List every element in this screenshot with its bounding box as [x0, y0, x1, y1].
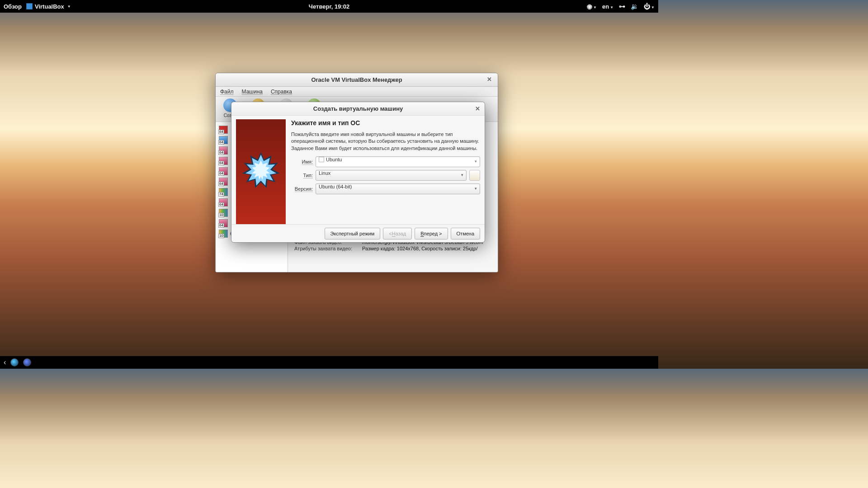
- cube-icon: [319, 157, 324, 162]
- active-app-indicator[interactable]: VirtualBox ▼: [26, 3, 71, 10]
- close-icon[interactable]: ✕: [487, 76, 494, 83]
- gnome-top-bar: Обзор VirtualBox ▼ Четверг, 19:02 ◉▼ en▼…: [0, 0, 658, 13]
- wizard-heading: Укажите имя и тип ОС: [291, 119, 480, 127]
- wizard-description: Пожалуйста введите имя новой виртуальной…: [291, 131, 480, 152]
- chevron-down-icon: ▾: [461, 173, 463, 177]
- next-button[interactable]: Вперед >: [415, 228, 448, 239]
- starburst-icon: [241, 151, 281, 192]
- vm-os-icon: 10: [219, 209, 228, 217]
- chevron-down-icon: ▼: [67, 5, 71, 9]
- cancel-button[interactable]: Отмена: [451, 228, 480, 239]
- vm-os-icon: 64: [219, 167, 228, 175]
- dock-app-icon[interactable]: [23, 358, 31, 366]
- menu-machine[interactable]: Машина: [242, 89, 263, 95]
- back-button[interactable]: < Назад: [383, 228, 412, 239]
- power-icon[interactable]: ⏻▼: [644, 3, 655, 10]
- os-logo-icon: [469, 170, 480, 181]
- detail-row: Атрибуты захвата видео: Размер кадра: 10…: [294, 246, 491, 251]
- expert-mode-button[interactable]: Экспертный режим: [325, 228, 381, 239]
- keyboard-layout-indicator[interactable]: en▼: [602, 3, 613, 10]
- vm-os-icon: 64: [219, 157, 228, 165]
- clock[interactable]: Четверг, 19:02: [309, 3, 349, 10]
- vm-os-icon: 64: [219, 178, 228, 186]
- window-titlebar[interactable]: Oracle VM VirtualBox Менеджер ✕: [216, 73, 498, 87]
- dialog-title: Создать виртуальную машину: [313, 105, 403, 112]
- menu-file[interactable]: Файл: [220, 89, 234, 95]
- menubar: Файл Машина Справка: [216, 87, 498, 97]
- name-input[interactable]: Ubuntu ▾: [316, 156, 480, 167]
- dialog-titlebar[interactable]: Создать виртуальную машину ✕: [231, 102, 485, 116]
- gnome-bottom-bar: ‹: [0, 356, 658, 369]
- volume-icon[interactable]: 🔉: [631, 3, 638, 10]
- vm-os-icon: 64: [219, 219, 228, 227]
- accessibility-icon[interactable]: ◉▼: [587, 3, 597, 10]
- dock-app-icon[interactable]: [10, 358, 19, 366]
- version-select[interactable]: Ubuntu (64-bit) ▾: [316, 183, 480, 194]
- vm-os-icon: 64: [219, 146, 228, 155]
- virtualbox-icon: [26, 3, 33, 9]
- menu-help[interactable]: Справка: [271, 89, 292, 95]
- show-apps-icon[interactable]: ‹: [4, 358, 6, 366]
- vm-os-icon: 64: [219, 198, 228, 206]
- vm-os-icon: 74: [219, 188, 228, 196]
- chevron-down-icon[interactable]: ▾: [475, 159, 477, 164]
- network-icon[interactable]: ⊶: [619, 3, 625, 10]
- vm-os-icon: 10: [219, 230, 228, 238]
- close-icon[interactable]: ✕: [475, 105, 480, 112]
- vm-os-icon: 64: [219, 136, 228, 144]
- wizard-artwork: [236, 119, 286, 224]
- wizard-footer: Экспертный режим < Назад Вперед > Отмена: [231, 224, 485, 242]
- activities-button[interactable]: Обзор: [4, 3, 22, 10]
- label-version: Версия:: [291, 186, 313, 192]
- type-select[interactable]: Linux ▾: [316, 170, 467, 181]
- vm-os-icon: 64: [219, 126, 228, 134]
- window-title: Oracle VM VirtualBox Менеджер: [311, 76, 402, 83]
- label-name: Имя:: [291, 159, 313, 164]
- label-type: Тип:: [291, 173, 313, 178]
- create-vm-wizard: Создать виртуальную машину ✕ Укажите имя…: [231, 102, 485, 243]
- chevron-down-icon: ▾: [475, 186, 477, 191]
